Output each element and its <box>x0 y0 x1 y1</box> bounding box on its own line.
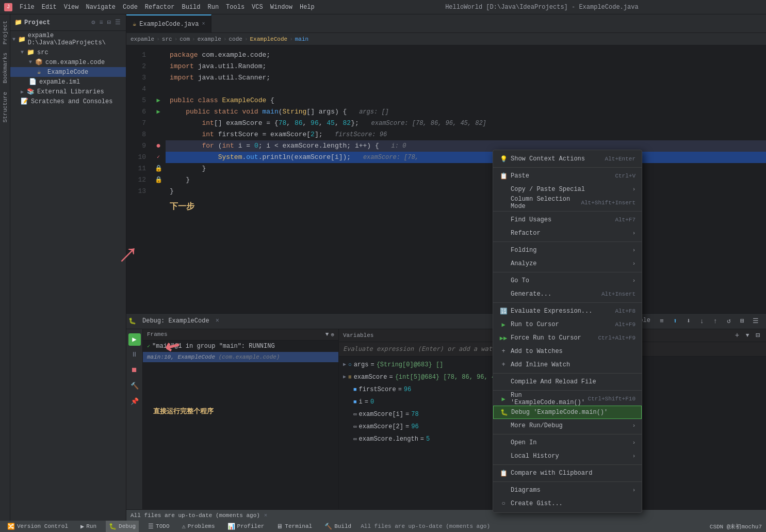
ctx-more-run-label: More Run/Debug <box>511 422 632 429</box>
ctx-column-selection[interactable]: Column Selection Mode Alt+Shift+Insert <box>493 196 642 209</box>
panel-icon-options[interactable]: ☰ <box>114 18 122 27</box>
status-profiler[interactable]: 📊 Profiler <box>224 521 268 532</box>
ctx-force-run-to-cursor[interactable]: ▶▶ Force Run to Cursor Ctrl+Alt+F9 <box>493 331 642 345</box>
menu-navigate[interactable]: Navigate <box>83 3 119 12</box>
toolbar-resume[interactable]: ⬆ <box>669 315 681 327</box>
toolbar-settings[interactable]: ☰ <box>749 315 762 327</box>
menu-edit[interactable]: Edit <box>39 3 60 12</box>
var-expand-args[interactable]: ▶ <box>343 360 346 370</box>
pause-button[interactable]: ⏸ <box>128 349 141 361</box>
stop-button[interactable]: ⏹ <box>128 364 141 377</box>
toolbar-step-out[interactable]: ↑ <box>709 315 722 327</box>
bc-examplecode[interactable]: ExampleCode <box>250 36 288 42</box>
filter-button[interactable]: ▼ <box>743 331 752 340</box>
status-todo[interactable]: ☰ TODO <box>145 521 172 532</box>
bc-expamle[interactable]: expamle <box>131 36 154 42</box>
ctx-paste[interactable]: 📋 Paste Ctrl+V <box>493 169 642 183</box>
ctx-goto[interactable]: Go To › <box>493 274 642 287</box>
add-watch-button[interactable]: + <box>733 331 741 340</box>
ctx-find-usages[interactable]: Find Usages Alt+F7 <box>493 213 642 227</box>
project-tab-label[interactable]: Project <box>1 17 9 49</box>
ctx-add-to-watches[interactable]: + Add to Watches <box>493 345 642 358</box>
ctx-debug-main[interactable]: 🐛 Debug 'ExampleCode.main()' <box>493 406 642 419</box>
menu-code[interactable]: Code <box>120 3 141 12</box>
tree-item-iml[interactable]: 📄 expamle.iml <box>10 77 126 87</box>
bookmarks-tab-label[interactable]: Bookmarks <box>1 49 9 87</box>
menu-refactor[interactable]: Refactor <box>142 3 178 12</box>
frames-up-icon[interactable]: ⊕ <box>331 331 334 338</box>
tree-item-package[interactable]: ▼ 📦 com.example.code <box>10 57 126 67</box>
package-icon: 📦 <box>35 58 43 66</box>
panel-icon-sort[interactable]: ≡ <box>99 18 104 27</box>
toolbar-show-frames[interactable]: ≡ <box>656 315 668 327</box>
tree-item-expamle[interactable]: ▼ 📁 expamle D:\Java\IdeaProjects\ <box>10 31 126 47</box>
menu-tools[interactable]: Tools <box>223 3 248 12</box>
status-debug[interactable]: 🐛 Debug <box>106 521 139 532</box>
ctx-run-main[interactable]: ▶ Run 'ExampleCode.main()' Ctrl+Shift+F1… <box>493 392 642 406</box>
tree-item-extlibs[interactable]: ▶ 📚 External Libraries <box>10 87 126 96</box>
ctx-show-context-actions[interactable]: 💡 Show Context Actions Alt+Enter <box>493 152 642 166</box>
panel-icon-settings[interactable]: ⚙ <box>90 18 96 27</box>
bc-code[interactable]: code <box>229 36 242 42</box>
status-right: CSDN @未初mochu7 <box>710 523 762 530</box>
ctx-local-history[interactable]: Local History › <box>493 449 642 463</box>
var-expand-examscore[interactable]: ▶ <box>343 372 346 382</box>
structure-tab-label[interactable]: Structure <box>1 88 9 126</box>
var-icon-examscore: ≡ <box>348 372 352 382</box>
build-button[interactable]: 🔨 <box>128 380 141 392</box>
toolbar-grid[interactable]: ⊞ <box>736 315 748 327</box>
status-run[interactable]: ▶ Run <box>77 521 100 532</box>
ctx-diagrams[interactable]: Diagrams › <box>493 483 642 497</box>
var-value-firstscore: 96 <box>404 384 411 395</box>
toolbar-step-over[interactable]: ⬇ <box>682 315 695 327</box>
bc-src[interactable]: src <box>162 36 172 42</box>
ctx-gist-label: Create Gist... <box>511 500 635 507</box>
tab-close-icon[interactable]: × <box>202 21 205 27</box>
tree-item-src[interactable]: ▼ 📁 src <box>10 47 126 57</box>
frames-filter-icon[interactable]: ▼ <box>325 331 329 338</box>
ctx-create-gist[interactable]: ○ Create Gist... <box>493 497 642 510</box>
menu-help[interactable]: Help <box>297 3 318 12</box>
menu-build[interactable]: Build <box>178 3 203 12</box>
ctx-refactor[interactable]: Refactor › <box>493 227 642 240</box>
code-content[interactable]: package com.example.code; import java.ut… <box>166 45 766 313</box>
debug-tab-bar: 🐛 Debug: ExampleCode × Debugger Console … <box>126 314 766 329</box>
status-version-control[interactable]: 🔀 Version Control <box>4 521 71 532</box>
ctx-add-inline-watch[interactable]: + Add Inline Watch <box>493 358 642 372</box>
menu-window[interactable]: Window <box>267 3 296 12</box>
ctx-copy-paste-special[interactable]: Copy / Paste Special › <box>493 183 642 196</box>
tab-examplecode[interactable]: ☕ ExampleCode.java × <box>126 14 211 33</box>
message-close[interactable]: × <box>264 512 268 519</box>
ctx-open-in[interactable]: Open In › <box>493 436 642 449</box>
status-terminal[interactable]: 🖥 Terminal <box>273 521 315 532</box>
menu-view[interactable]: View <box>61 3 82 12</box>
status-problems[interactable]: ⚠ Problems <box>179 521 218 532</box>
ctx-generate[interactable]: Generate... Alt+Insert <box>493 287 642 301</box>
menu-file[interactable]: File <box>17 3 38 12</box>
tree-item-examplecode[interactable]: ☕ ExampleCode <box>10 67 126 77</box>
menu-vcs[interactable]: VCS <box>249 3 266 12</box>
bc-example[interactable]: example <box>198 36 221 42</box>
status-build[interactable]: 🔨 Build <box>321 521 354 532</box>
code-line-12: } <box>166 174 766 186</box>
code-editor[interactable]: 1 2 3 4 5 6 7 8 9 10 11 12 13 <box>126 45 766 313</box>
ctx-run-to-cursor[interactable]: ▶ Run to Cursor Alt+F9 <box>493 318 642 331</box>
ctx-folding[interactable]: Folding › <box>493 244 642 257</box>
menu-run[interactable]: Run <box>204 3 222 12</box>
bc-com[interactable]: com <box>180 36 190 42</box>
panel-icon-collapse[interactable]: ⊟ <box>106 18 112 27</box>
ctx-analyze[interactable]: Analyze › <box>493 257 642 270</box>
ctx-more-run-debug[interactable]: More Run/Debug › <box>493 419 642 432</box>
bc-main[interactable]: main <box>295 36 308 42</box>
ctx-evaluate[interactable]: 🔢 Evaluate Expression... Alt+F8 <box>493 304 642 318</box>
resume-button[interactable]: ▶ <box>128 333 141 346</box>
toolbar-step-into[interactable]: ↓ <box>696 315 708 327</box>
tree-item-scratches[interactable]: 📝 Scratches and Consoles <box>10 96 126 106</box>
toolbar-rerun[interactable]: ↺ <box>723 315 735 327</box>
pin-button[interactable]: 📌 <box>128 395 141 408</box>
ctx-divider-3 <box>493 241 642 242</box>
debug-tab-close[interactable]: × <box>216 317 219 325</box>
ctx-compile-reload[interactable]: Compile And Reload File <box>493 375 642 389</box>
settings-button[interactable]: ⊟ <box>754 331 762 340</box>
ctx-compare-clipboard[interactable]: 📋 Compare with Clipboard <box>493 466 642 480</box>
